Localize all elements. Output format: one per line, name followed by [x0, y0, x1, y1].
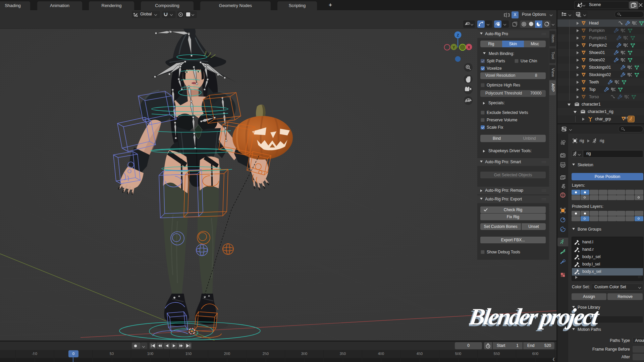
svg-text:X: X — [468, 45, 470, 49]
svg-text:Z: Z — [457, 33, 459, 37]
svg-text:Y: Y — [452, 45, 455, 49]
